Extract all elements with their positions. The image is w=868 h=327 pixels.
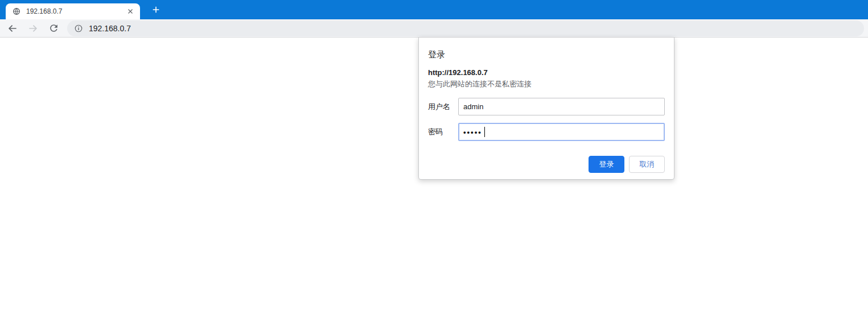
reload-button[interactable]: [47, 22, 60, 35]
back-arrow-icon: [7, 23, 18, 34]
reload-icon: [48, 23, 59, 34]
plus-icon: [151, 5, 161, 14]
tab-close-icon[interactable]: [125, 6, 135, 16]
navigation-toolbar: 192.168.0.7: [0, 19, 868, 38]
browser-window: 192.168.0.7: [0, 0, 868, 327]
tab-strip: 192.168.0.7: [0, 0, 868, 19]
password-input[interactable]: [458, 123, 665, 141]
text-caret: [484, 127, 485, 137]
username-row: 用户名: [428, 98, 665, 115]
http-auth-dialog: 登录 http://192.168.0.7 您与此网站的连接不是私密连接 用户名…: [418, 37, 674, 180]
new-tab-button[interactable]: [148, 2, 164, 17]
tab-title: 192.168.0.7: [26, 7, 125, 15]
signin-button[interactable]: 登录: [589, 156, 624, 173]
url-text: 192.168.0.7: [89, 24, 131, 33]
password-label: 密码: [428, 127, 458, 137]
forward-button[interactable]: [26, 22, 40, 35]
browser-tab[interactable]: 192.168.0.7: [6, 3, 140, 19]
password-field-wrapper: [458, 123, 665, 141]
globe-icon: [13, 7, 20, 15]
dialog-buttons: 登录 取消: [428, 156, 665, 173]
forward-arrow-icon: [27, 23, 39, 34]
info-icon[interactable]: [74, 24, 83, 33]
back-button[interactable]: [6, 22, 19, 35]
address-bar[interactable]: 192.168.0.7: [67, 20, 864, 36]
username-input[interactable]: [458, 98, 665, 115]
dialog-origin-url: http://192.168.0.7: [428, 68, 665, 77]
dialog-title: 登录: [428, 49, 665, 60]
username-label: 用户名: [428, 102, 458, 112]
page-content: 登录 http://192.168.0.7 您与此网站的连接不是私密连接 用户名…: [0, 38, 868, 327]
connection-warning-text: 您与此网站的连接不是私密连接: [428, 79, 665, 89]
cancel-button[interactable]: 取消: [629, 156, 665, 173]
password-row: 密码: [428, 123, 665, 141]
